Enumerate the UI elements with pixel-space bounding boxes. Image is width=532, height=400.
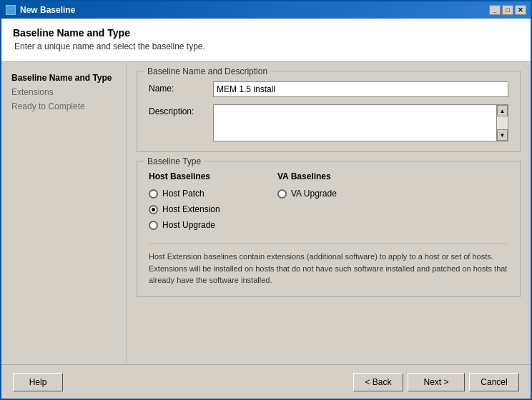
footer: Help < Back Next > Cancel <box>1 364 531 399</box>
window-icon <box>6 5 16 15</box>
va-upgrade-radio-btn[interactable] <box>277 189 287 199</box>
header-subtitle: Enter a unique name and select the basel… <box>14 41 519 51</box>
host-upgrade-label: Host Upgrade <box>162 220 215 230</box>
name-label: Name: <box>149 81 213 94</box>
host-upgrade-radio-btn[interactable] <box>149 221 158 230</box>
name-input[interactable] <box>213 81 508 97</box>
va-upgrade-label: VA Upgrade <box>291 189 337 199</box>
host-baselines-column: Host Baselines Host Patch Host Extension… <box>149 171 277 236</box>
host-upgrade-radio[interactable]: Host Upgrade <box>149 220 277 230</box>
maximize-button[interactable]: □ <box>502 5 513 15</box>
close-button[interactable]: ✕ <box>515 5 526 15</box>
name-field-container <box>213 81 508 97</box>
baseline-type-group-title: Baseline Type <box>144 156 204 166</box>
baseline-name-group: Baseline Name and Description Name: Desc… <box>137 71 521 152</box>
sidebar-item-extensions[interactable]: Extensions <box>9 85 119 99</box>
baseline-type-info: Host Extension baselines contain extensi… <box>149 243 508 286</box>
sidebar-item-baseline-name-type[interactable]: Baseline Name and Type <box>9 71 119 85</box>
content-area: Baseline Name and Description Name: Desc… <box>127 62 531 364</box>
name-row: Name: <box>149 81 508 97</box>
scroll-up-button[interactable]: ▲ <box>497 105 508 116</box>
host-baselines-header: Host Baselines <box>149 171 277 181</box>
header-title: Baseline Name and Type <box>13 27 519 39</box>
va-upgrade-radio[interactable]: VA Upgrade <box>277 189 508 199</box>
footer-right: < Back Next > Cancel <box>353 373 519 391</box>
description-scrollbar[interactable]: ▲ ▼ <box>496 105 508 141</box>
next-button[interactable]: Next > <box>408 373 465 391</box>
scroll-down-button[interactable]: ▼ <box>497 129 508 141</box>
back-button[interactable]: < Back <box>353 373 403 391</box>
title-bar-text: New Baseline <box>6 5 75 15</box>
new-baseline-window: New Baseline _ □ ✕ Baseline Name and Typ… <box>0 0 532 400</box>
window-title: New Baseline <box>20 5 75 15</box>
title-bar: New Baseline _ □ ✕ <box>1 1 531 19</box>
description-label: Description: <box>149 104 213 116</box>
footer-left: Help <box>13 373 63 391</box>
description-row: Description: ▲ ▼ <box>149 104 508 141</box>
description-field-container: ▲ ▼ <box>213 104 508 141</box>
window-body: Baseline Name and Type Extensions Ready … <box>1 62 531 364</box>
host-patch-radio-btn[interactable] <box>149 189 158 199</box>
baseline-type-content: Host Baselines Host Patch Host Extension… <box>149 171 508 236</box>
scroll-track <box>497 116 508 129</box>
minimize-button[interactable]: _ <box>489 5 501 15</box>
sidebar-item-ready-to-complete[interactable]: Ready to Complete <box>9 99 119 114</box>
baseline-name-group-title: Baseline Name and Description <box>144 66 270 76</box>
host-extension-label: Host Extension <box>162 204 220 214</box>
va-baselines-column: VA Baselines VA Upgrade <box>277 171 508 236</box>
title-bar-controls: _ □ ✕ <box>489 5 526 15</box>
baseline-type-group: Baseline Type Host Baselines Host Patch … <box>137 161 521 297</box>
va-baselines-header: VA Baselines <box>277 171 508 181</box>
description-textarea-container: ▲ ▼ <box>213 104 508 141</box>
sidebar: Baseline Name and Type Extensions Ready … <box>1 62 127 364</box>
window-header: Baseline Name and Type Enter a unique na… <box>1 19 531 62</box>
host-extension-radio-btn[interactable] <box>149 205 158 214</box>
host-extension-radio[interactable]: Host Extension <box>149 204 277 214</box>
host-patch-radio[interactable]: Host Patch <box>149 189 277 199</box>
description-input[interactable] <box>214 105 496 141</box>
help-button[interactable]: Help <box>13 373 63 391</box>
cancel-button[interactable]: Cancel <box>469 373 519 391</box>
host-patch-label: Host Patch <box>162 189 205 199</box>
